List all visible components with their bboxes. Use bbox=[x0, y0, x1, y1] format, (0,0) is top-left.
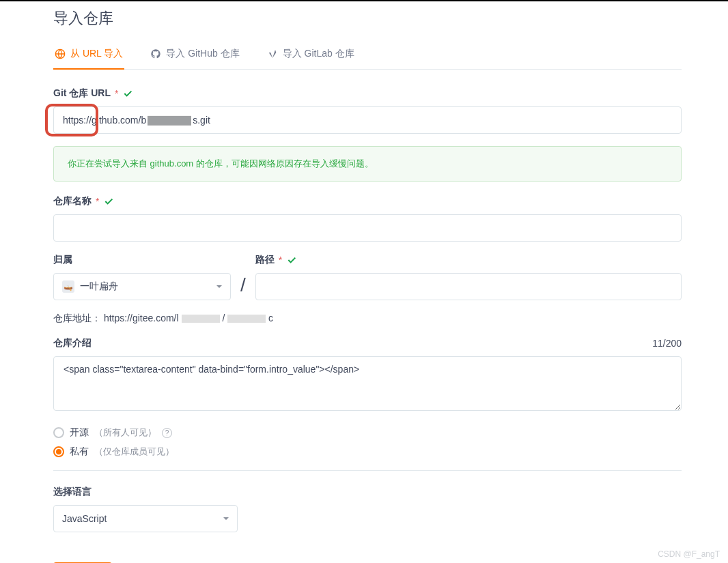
intro-char-count: 11/200 bbox=[652, 338, 682, 349]
owner-value: 一叶扁舟 bbox=[80, 280, 118, 293]
required-asterisk: * bbox=[115, 88, 118, 99]
intro-label: 仓库介绍 bbox=[53, 337, 92, 349]
check-icon bbox=[103, 196, 114, 207]
tab-github-import[interactable]: 导入 GitHub 仓库 bbox=[149, 41, 240, 70]
tab-bar: 从 URL 导入 导入 GitHub 仓库 导入 GitLab 仓库 bbox=[53, 41, 682, 70]
github-icon bbox=[150, 48, 161, 59]
language-value: JavaScript bbox=[62, 513, 107, 524]
radio-label: 私有 bbox=[70, 446, 89, 458]
visibility-private[interactable]: 私有 （仅仓库成员可见） bbox=[53, 446, 682, 458]
radio-icon bbox=[53, 446, 64, 457]
path-label: 路径 * bbox=[255, 254, 682, 266]
gitlab-icon bbox=[267, 48, 278, 59]
owner-label: 归属 bbox=[53, 254, 231, 266]
globe-icon bbox=[55, 48, 66, 59]
avatar-icon: 🛶 bbox=[62, 280, 74, 293]
page-title: 导入仓库 bbox=[53, 8, 682, 29]
owner-select[interactable]: 🛶 一叶扁舟 bbox=[53, 273, 231, 300]
radio-icon bbox=[53, 427, 64, 438]
chevron-down-icon bbox=[216, 281, 223, 292]
info-message: 你正在尝试导入来自 github.com 的仓库，可能因网络原因存在导入缓慢问题… bbox=[53, 146, 682, 182]
visibility-open[interactable]: 开源 （所有人可见） ? bbox=[53, 427, 682, 439]
url-label: Git 仓库 URL * bbox=[53, 87, 682, 100]
tab-gitlab-import[interactable]: 导入 GitLab 仓库 bbox=[266, 41, 356, 70]
help-icon[interactable]: ? bbox=[162, 428, 172, 438]
tab-url-import[interactable]: 从 URL 导入 bbox=[53, 41, 124, 70]
watermark: CSDN @F_angT bbox=[658, 549, 720, 559]
check-icon bbox=[286, 255, 297, 265]
url-input-row: https://github.com/bs.git bbox=[53, 106, 682, 134]
repo-name-input[interactable] bbox=[53, 214, 682, 242]
slash-separator: / bbox=[240, 254, 246, 296]
radio-hint: （仅仓库成员可见） bbox=[94, 446, 174, 458]
repo-address: 仓库地址： https://gitee.com/l / c bbox=[53, 313, 682, 325]
chevron-down-icon bbox=[223, 513, 229, 524]
lang-label: 选择语言 bbox=[53, 486, 682, 498]
language-select[interactable]: JavaScript bbox=[53, 505, 238, 532]
required-asterisk: * bbox=[96, 196, 99, 207]
git-url-input[interactable] bbox=[53, 106, 682, 134]
tab-label: 从 URL 导入 bbox=[70, 48, 123, 60]
visibility-group: 开源 （所有人可见） ? 私有 （仅仓库成员可见） bbox=[53, 427, 682, 458]
tab-label: 导入 GitHub 仓库 bbox=[166, 48, 239, 60]
radio-label: 开源 bbox=[70, 427, 89, 439]
repo-name-label: 仓库名称 * bbox=[53, 195, 682, 207]
divider bbox=[53, 470, 682, 471]
path-input[interactable] bbox=[255, 273, 682, 300]
tab-label: 导入 GitLab 仓库 bbox=[283, 48, 354, 60]
radio-hint: （所有人可见） bbox=[94, 427, 156, 439]
intro-textarea[interactable]: <span class="textarea-content" data-bind… bbox=[53, 356, 682, 411]
check-icon bbox=[122, 88, 133, 99]
required-asterisk: * bbox=[279, 255, 282, 265]
